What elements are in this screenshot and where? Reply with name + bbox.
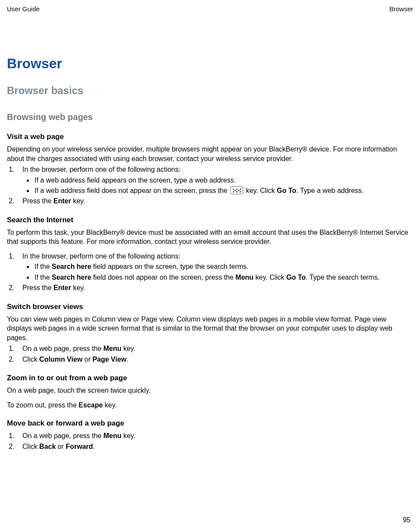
move-s1-menu: Menu — [103, 432, 122, 439]
search-b2-menu: Menu — [235, 274, 254, 281]
menu-key-icon — [230, 186, 243, 194]
move-s2-post: . — [93, 443, 95, 450]
move-s2-mid: or — [56, 443, 66, 450]
header-right: Browser — [389, 5, 413, 13]
search-step-2-post: key. — [71, 284, 85, 291]
zoom-p2-post: key. — [103, 401, 117, 409]
visit-bullet-2: If a web address field does not appear o… — [34, 186, 413, 196]
search-step-1-bullets: If the Search here field appears on the … — [34, 262, 413, 282]
search-b1-post: field appears on the screen, type the se… — [91, 263, 249, 270]
page-header: User Guide Browser — [7, 5, 413, 13]
zoom-section: Zoom in to or out from a web page On a w… — [7, 374, 413, 410]
search-step-1-text: In the browser, perform one of the follo… — [22, 252, 180, 260]
switch-steps: On a web page, press the Menu key. Click… — [16, 344, 413, 364]
switch-s1-pre: On a web page, press the — [22, 345, 103, 352]
move-s1-post: key. — [121, 432, 135, 439]
page-number: 95 — [403, 516, 411, 524]
search-b2-sh: Search here — [52, 274, 91, 281]
visit-step-2: Press the Enter key. — [16, 196, 413, 206]
visit-bullet-1: If a web address field appears on the sc… — [34, 176, 413, 185]
page-title: Browser — [7, 56, 413, 72]
switch-intro: You can view web pages in Column view or… — [7, 315, 413, 343]
visit-b2-post: . Type a web address. — [296, 187, 364, 194]
zoom-heading: Zoom in to or out from a web page — [7, 374, 413, 382]
visit-step-2-pre: Press the — [22, 197, 53, 205]
search-step-2-pre: Press the — [22, 284, 53, 291]
visit-steps: In the browser, perform one of the follo… — [16, 165, 413, 206]
search-internet-section: Search the Internet To perform this task… — [7, 216, 413, 293]
search-b2-post: . Type the search terms. — [306, 274, 379, 281]
switch-s2-post: . — [126, 356, 128, 363]
search-bullet-2: If the Search here field does not appear… — [34, 273, 413, 282]
search-intro: To perform this task, your BlackBerry® d… — [7, 228, 413, 246]
visit-intro: Depending on your wireless service provi… — [7, 145, 413, 163]
zoom-escape: Escape — [78, 401, 103, 409]
switch-views-section: Switch browser views You can view web pa… — [7, 303, 413, 365]
visit-step-2-post: key. — [71, 197, 85, 205]
zoom-p2-pre: To zoom out, press the — [7, 401, 78, 409]
move-s1-pre: On a web page, press the — [22, 432, 103, 439]
search-step-1: In the browser, perform one of the follo… — [16, 252, 413, 282]
visit-b2-mid: key. Click — [244, 187, 277, 194]
switch-s1-post: key. — [121, 345, 135, 352]
move-section: Move back or forward a web page On a web… — [7, 419, 413, 451]
visit-b2-pre: If a web address field does not appear o… — [34, 187, 229, 194]
switch-step-1: On a web page, press the Menu key. — [16, 344, 413, 353]
switch-s2-pv: Page View — [92, 356, 126, 363]
switch-s2-mid: or — [82, 356, 92, 363]
switch-s2-cv: Column View — [39, 356, 82, 363]
search-b2-mid2: key. Click — [254, 274, 286, 281]
search-b1-pre: If the — [34, 263, 52, 270]
visit-step-1-bullets: If a web address field appears on the sc… — [34, 176, 413, 196]
visit-heading: Visit a web page — [7, 132, 413, 141]
move-steps: On a web page, press the Menu key. Click… — [16, 431, 413, 451]
move-step-1: On a web page, press the Menu key. — [16, 431, 413, 441]
zoom-p1: On a web page, touch the screen twice qu… — [7, 386, 413, 395]
search-heading: Search the Internet — [7, 216, 413, 224]
search-b2-go: Go To — [286, 274, 306, 281]
search-bullet-1: If the Search here field appears on the … — [34, 262, 413, 271]
visit-enter: Enter — [53, 197, 71, 205]
search-steps: In the browser, perform one of the follo… — [16, 252, 413, 293]
search-step-2: Press the Enter key. — [16, 283, 413, 293]
page-subtitle: Browser basics — [7, 85, 413, 97]
move-step-2: Click Back or Forward. — [16, 442, 413, 451]
search-b2-pre: If the — [34, 274, 52, 281]
move-s2-back: Back — [39, 443, 56, 450]
visit-web-page-section: Visit a web page Depending on your wirel… — [7, 132, 413, 206]
section-title: Browsing web pages — [7, 112, 413, 122]
search-enter: Enter — [53, 284, 71, 291]
search-b1-sh: Search here — [52, 263, 91, 270]
move-s2-fwd: Forward — [66, 443, 93, 450]
visit-step-1: In the browser, perform one of the follo… — [16, 165, 413, 196]
move-s2-pre: Click — [22, 443, 39, 450]
visit-step-1-text: In the browser, perform one of the follo… — [22, 166, 180, 173]
move-heading: Move back or forward a web page — [7, 419, 413, 428]
header-left: User Guide — [7, 5, 40, 13]
switch-s2-pre: Click — [22, 356, 39, 363]
switch-heading: Switch browser views — [7, 303, 413, 311]
switch-s1-menu: Menu — [103, 345, 122, 352]
zoom-p2: To zoom out, press the Escape key. — [7, 401, 413, 410]
switch-step-2: Click Column View or Page View. — [16, 355, 413, 364]
visit-goto: Go To — [277, 187, 296, 194]
search-b2-mid1: field does not appear on the screen, pre… — [91, 274, 235, 281]
